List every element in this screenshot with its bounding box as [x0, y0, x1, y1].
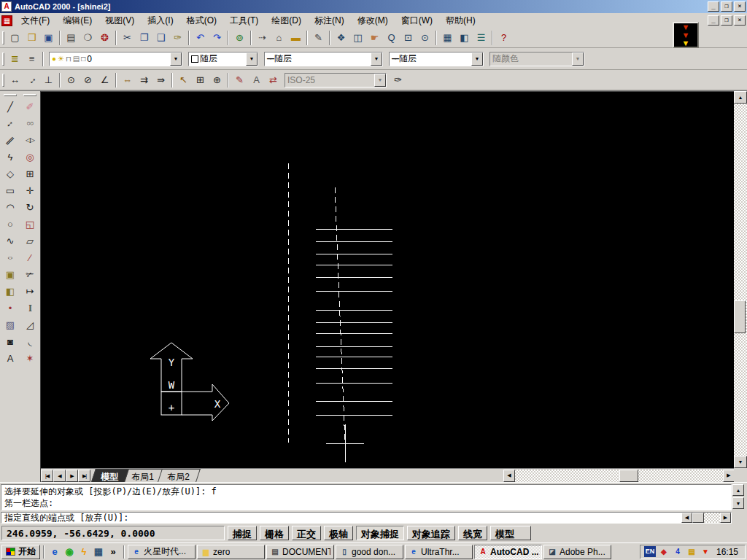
command-scroll-down-button[interactable]: ▼ — [732, 497, 744, 509]
horizontal-scroll-thumb[interactable] — [619, 470, 638, 482]
continue-dimension-button[interactable]: ⇛ — [152, 72, 169, 88]
task-ultrathr[interactable]: eUltraThr... — [405, 545, 473, 559]
layer-states-button[interactable]: ≡ — [23, 51, 40, 67]
angular-dimension-button[interactable]: ∠ — [96, 72, 113, 88]
tolerance-button[interactable]: ⊞ — [192, 72, 209, 88]
quicklaunch-more-chevron[interactable]: » — [106, 545, 120, 559]
ortho-toggle[interactable]: 正交 — [292, 526, 321, 540]
menu-file[interactable]: 文件(F) — [15, 13, 56, 28]
undo-button[interactable]: ↶ — [192, 30, 209, 46]
diameter-dimension-button[interactable]: ⊘ — [80, 72, 96, 88]
lengthen-button[interactable]: ∕ — [21, 249, 39, 266]
rotate-button[interactable]: ↻ — [21, 199, 39, 216]
toolbar-grip[interactable] — [2, 52, 4, 66]
task-autocad[interactable]: AAutoCAD ... — [474, 545, 542, 559]
quicklaunch-webcam[interactable]: ◉ — [62, 545, 77, 559]
print-preview-button[interactable]: ❍ — [80, 30, 96, 46]
scale-button[interactable]: ◱ — [21, 216, 39, 233]
match-properties-button[interactable]: ✑ — [169, 30, 186, 46]
vertical-scroll-track[interactable] — [734, 104, 747, 456]
rectangle-button[interactable]: ▭ — [1, 182, 19, 199]
command-input-scroll-thumb[interactable] — [692, 513, 704, 523]
tracking-point-button[interactable]: ⇢ — [254, 30, 271, 46]
open-button[interactable]: ❒ — [23, 30, 40, 46]
tray-flashget-icon[interactable]: ▼ — [700, 546, 711, 557]
dimension-style-button[interactable]: ✑ — [390, 72, 406, 88]
lineweight-combo[interactable]: —— 随层 ▼ — [389, 52, 484, 66]
move-button[interactable]: ✛ — [21, 182, 39, 199]
zoom-previous-button[interactable]: ⊙ — [417, 30, 433, 46]
scroll-right-button[interactable]: ▶ — [723, 470, 735, 482]
designcenter-button[interactable]: ▦ — [439, 30, 456, 46]
layers-button[interactable]: ≣ — [7, 51, 23, 67]
dimension-update-button[interactable]: ⇄ — [265, 72, 282, 88]
mtext-button[interactable]: A — [1, 350, 19, 367]
vertical-scroll-thumb[interactable] — [734, 300, 746, 333]
erase-button[interactable]: ✐ — [21, 98, 39, 115]
scroll-up-button[interactable]: ▲ — [734, 91, 747, 104]
dropdown-arrow-icon[interactable]: ▼ — [246, 52, 258, 66]
vertical-scrollbar[interactable]: ▲ ▼ — [734, 91, 747, 468]
cut-button[interactable]: ✂ — [119, 30, 136, 46]
trim-button[interactable]: ✃ — [21, 266, 39, 283]
tray-dict-icon[interactable]: 4 — [672, 546, 684, 557]
previous-tab-button[interactable]: ◀ — [53, 470, 66, 482]
point-button[interactable]: • — [1, 300, 19, 316]
named-ucs-button[interactable]: ⌂ — [271, 30, 287, 46]
region-button[interactable]: ◙ — [1, 333, 19, 350]
last-tab-button[interactable]: ▶| — [78, 470, 90, 482]
save-button[interactable]: ▣ — [40, 30, 57, 46]
task-zero[interactable]: ▆zero — [197, 545, 265, 559]
first-tab-button[interactable]: |◀ — [41, 470, 53, 482]
redraw-button[interactable]: ✎ — [310, 30, 327, 46]
ordinate-dimension-button[interactable]: ⊥ — [40, 72, 57, 88]
construction-line-button[interactable]: ↕ — [1, 115, 19, 132]
toolbar-grip[interactable] — [2, 31, 4, 44]
dimension-edit-button[interactable]: ✎ — [231, 72, 248, 88]
dbconnect-button[interactable]: ☰ — [473, 30, 489, 46]
named-views-button[interactable]: ◫ — [349, 30, 366, 46]
insert-block-button[interactable]: ▣ — [1, 266, 19, 283]
ellipse-button[interactable]: ○ — [1, 249, 19, 266]
tray-input-locale[interactable]: EN — [644, 546, 656, 557]
snap-toggle[interactable]: 捕捉 — [228, 526, 257, 540]
mirror-button[interactable]: ◁▷ — [21, 132, 39, 149]
layer-combo[interactable]: ●☀⊓▤□ 0 ▼ — [49, 52, 182, 66]
doc-close-button[interactable]: × — [734, 15, 746, 26]
toolbar-grip[interactable] — [2, 74, 4, 87]
radius-dimension-button[interactable]: ⊙ — [63, 72, 80, 88]
horizontal-scrollbar[interactable]: ◀ ▶ — [503, 470, 735, 482]
horizontal-scroll-track[interactable] — [515, 470, 723, 482]
copy-button[interactable]: ❐ — [136, 30, 152, 46]
otrack-toggle[interactable]: 对象追踪 — [407, 526, 455, 540]
command-input[interactable]: 指定直线的端点或 [放弃(U)]: — [1, 512, 732, 524]
array-button[interactable]: ⊞ — [21, 166, 39, 182]
command-input-scroll-left-button[interactable]: ◀ — [681, 513, 692, 523]
dropdown-arrow-icon[interactable]: ▼ — [471, 52, 483, 66]
offset-button[interactable]: ◎ — [21, 149, 39, 166]
arc-button[interactable]: ◠ — [1, 199, 19, 216]
center-mark-button[interactable]: ⊕ — [209, 72, 225, 88]
quicklaunch-flashget[interactable]: ϟ — [77, 545, 91, 559]
menu-format[interactable]: 格式(O) — [180, 13, 223, 28]
aerial-view-button[interactable]: ❖ — [333, 30, 349, 46]
redo-button[interactable]: ↷ — [209, 30, 225, 46]
print-button[interactable]: ▤ — [63, 30, 80, 46]
pan-button[interactable]: ☛ — [366, 30, 383, 46]
spline-button[interactable]: ∿ — [1, 233, 19, 249]
quick-leader-button[interactable]: ↖ — [175, 72, 192, 88]
polygon-button[interactable]: ◇ — [1, 166, 19, 182]
tray-antivirus-shield-icon[interactable]: ◆ — [658, 546, 670, 557]
grid-toggle[interactable]: 栅格 — [260, 526, 289, 540]
find-button[interactable]: ❂ — [96, 30, 113, 46]
doc-restore-button[interactable]: ❐ — [721, 15, 732, 26]
command-input-scrollbar[interactable]: ◀ ▶ — [681, 513, 731, 523]
doc-minimize-button[interactable]: _ — [708, 15, 719, 26]
tab-model[interactable]: 模型 — [91, 469, 129, 482]
stretch-button[interactable]: ▱ — [21, 233, 39, 249]
command-history[interactable]: 选择要延伸的对象或 [投影(P)/边(E)/放弃(U)]: f 第一栏选点: — [1, 484, 732, 510]
drawing-document-icon[interactable]: ▦ — [1, 15, 12, 26]
command-input-scroll-track[interactable] — [704, 513, 720, 523]
model-toggle[interactable]: 模型 — [490, 526, 531, 540]
distance-button[interactable]: ▬ — [287, 30, 304, 46]
